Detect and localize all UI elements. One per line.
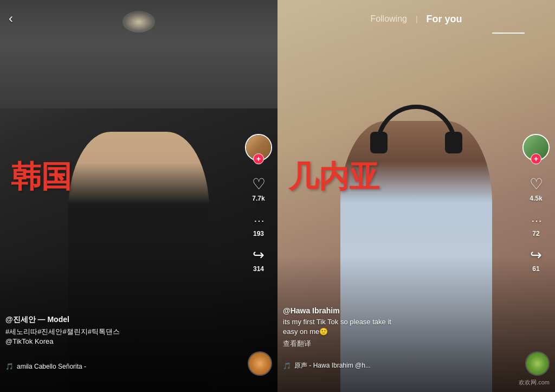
back-button[interactable]: ‹ — [9, 11, 13, 26]
nav-divider: | — [416, 15, 418, 23]
share-button-left[interactable]: 314 — [253, 246, 264, 273]
nav-underline — [492, 33, 525, 34]
heart-icon-right: ♡ — [530, 175, 543, 193]
right-video-panel: Following | For you 几内亚 + ♡ 4.5k 72 61 — [278, 0, 555, 392]
comment-button-right[interactable]: 72 — [531, 211, 541, 237]
share-icon-right — [530, 246, 542, 264]
comment-button-left[interactable]: 193 — [253, 211, 264, 237]
share-icon-left — [253, 246, 264, 264]
username-left[interactable]: @진세안 — Model — [5, 315, 240, 325]
like-count-right: 4.5k — [530, 195, 542, 202]
description-left: #세노리따#진세안#챌린지#틱톡댄스@TikTok Korea — [5, 327, 240, 346]
headphone-cup-left — [370, 132, 388, 153]
music-disc-left[interactable] — [248, 351, 272, 376]
follow-button-right[interactable]: + — [531, 153, 541, 164]
for-you-tab[interactable]: For you — [427, 14, 462, 25]
top-nav: Following | For you — [278, 0, 555, 38]
tiktok-logo-right: 🎵 — [283, 362, 291, 370]
following-tab[interactable]: Following — [370, 14, 407, 24]
like-count-left: 7.7k — [252, 195, 264, 202]
music-text-right: 原声 - Hawa Ibrahim @h... — [294, 361, 371, 370]
comment-icon-left — [254, 211, 263, 228]
tiktok-logo-left: 🎵 — [5, 363, 14, 370]
share-button-right[interactable]: 61 — [530, 246, 542, 273]
disc-image-right — [526, 352, 548, 375]
music-info-left: 🎵 amila Cabello Señorita - — [5, 363, 234, 370]
like-button-right[interactable]: ♡ 4.5k — [530, 175, 543, 202]
comment-count-right: 72 — [532, 230, 539, 237]
share-count-left: 314 — [253, 265, 264, 273]
heart-icon-left: ♡ — [252, 175, 266, 193]
disc-image-left — [249, 352, 271, 375]
music-info-right: 🎵 原声 - Hawa Ibrahim @h... — [283, 361, 512, 370]
follow-button-left[interactable]: + — [253, 153, 264, 164]
left-video-panel: ‹ 韩国 + ♡ 7.7k 193 314 @진세안 — Model #세노리 — [0, 0, 278, 392]
disc-thumbnail-left — [249, 352, 271, 375]
like-button-left[interactable]: ♡ 7.7k — [252, 175, 266, 202]
action-bar-left: + ♡ 7.7k 193 314 — [245, 134, 272, 273]
watermark-right: 欢欢网.com — [519, 378, 550, 387]
person-body-left — [68, 132, 209, 392]
bottom-info-right: @Hawa Ibrahim its my first Tik Tok so pl… — [283, 306, 517, 349]
bottom-info-left: @진세안 — Model #세노리따#진세안#챌린지#틱톡댄스@TikTok K… — [5, 315, 240, 349]
avatar-left[interactable]: + — [245, 134, 272, 164]
country-text-right: 几内亚 — [288, 157, 379, 198]
avatar-right[interactable]: + — [522, 134, 550, 164]
translate-link[interactable]: 查看翻译 — [283, 339, 517, 349]
music-disc-right[interactable] — [525, 351, 550, 376]
description-right: its my first Tik Tok so please take itea… — [283, 317, 517, 337]
username-right[interactable]: @Hawa Ibrahim — [283, 306, 517, 315]
comment-count-left: 193 — [253, 230, 264, 237]
disc-thumbnail-right — [526, 352, 548, 375]
headphone-cup-right — [445, 132, 462, 153]
action-bar-right: + ♡ 4.5k 72 61 — [522, 134, 550, 273]
comment-icon-right — [531, 211, 541, 228]
share-count-right: 61 — [532, 265, 539, 273]
music-text-left: amila Cabello Señorita - — [17, 363, 86, 370]
top-gradient — [0, 0, 278, 43]
country-text-left: 韩国 — [11, 157, 72, 198]
